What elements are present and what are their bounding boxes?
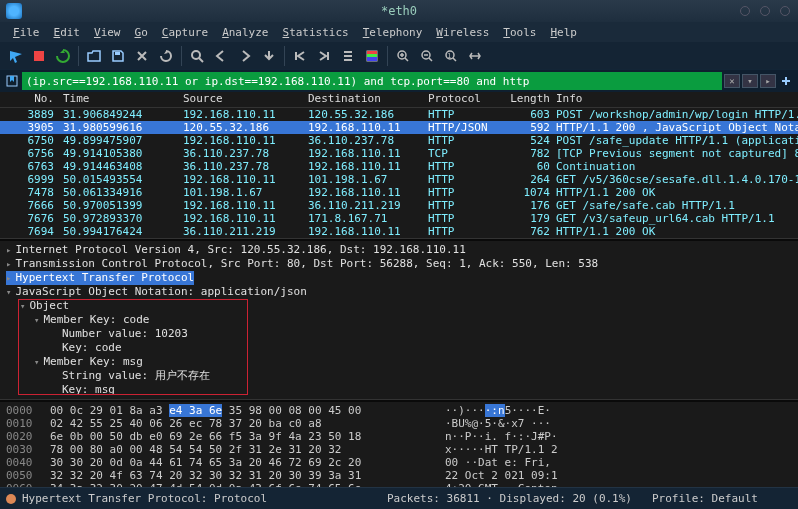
- open-file-button[interactable]: [83, 45, 105, 67]
- menu-capture[interactable]: Capture: [155, 26, 215, 39]
- detail-code-value[interactable]: Number value: 10203: [6, 327, 792, 341]
- svg-rect-5: [367, 54, 377, 57]
- menu-analyze[interactable]: Analyze: [215, 26, 275, 39]
- status-packets: Packets: 36811 · Displayed: 20 (0.1%): [267, 492, 652, 505]
- col-length[interactable]: Length: [505, 92, 553, 107]
- title-bar: *eth0: [0, 0, 798, 22]
- save-file-button[interactable]: [107, 45, 129, 67]
- hex-view[interactable]: 000000 0c 29 01 8a a3 e4 3a 6e 35 98 00 …: [0, 402, 798, 497]
- auto-scroll-button[interactable]: [337, 45, 359, 67]
- go-forward-button[interactable]: [234, 45, 256, 67]
- hex-row[interactable]: 000000 0c 29 01 8a a3 e4 3a 6e 35 98 00 …: [6, 404, 792, 417]
- packet-row[interactable]: 388931.906849244192.168.110.11120.55.32.…: [0, 108, 798, 121]
- detail-msg-value[interactable]: String value: 用户不存在: [6, 369, 792, 383]
- status-left: Hypertext Transfer Protocol: Protocol: [22, 492, 267, 505]
- zoom-in-button[interactable]: [392, 45, 414, 67]
- go-to-button[interactable]: [258, 45, 280, 67]
- svg-text:1: 1: [447, 52, 451, 60]
- close-button[interactable]: [780, 6, 790, 16]
- detail-object[interactable]: Object: [6, 299, 792, 313]
- reload-button[interactable]: [155, 45, 177, 67]
- go-first-button[interactable]: [289, 45, 311, 67]
- svg-rect-0: [34, 51, 44, 61]
- packet-row[interactable]: 769450.99417642436.110.211.219192.168.11…: [0, 225, 798, 238]
- go-back-button[interactable]: [210, 45, 232, 67]
- col-info[interactable]: Info: [553, 92, 798, 107]
- detail-http[interactable]: Hypertext Transfer Protocol: [6, 271, 194, 285]
- window-title: *eth0: [381, 4, 417, 18]
- maximize-button[interactable]: [760, 6, 770, 16]
- packet-row[interactable]: 747850.061334916101.198.1.67192.168.110.…: [0, 186, 798, 199]
- toolbar: 1: [0, 42, 798, 70]
- filter-bar: ✕ ▾ ▸: [0, 70, 798, 92]
- hex-row[interactable]: 004030 30 20 0d 0a 44 61 74 65 3a 20 46 …: [6, 456, 792, 469]
- packet-list[interactable]: No. Time Source Destination Protocol Len…: [0, 92, 798, 238]
- menu-file[interactable]: File: [6, 26, 47, 39]
- expert-info-icon[interactable]: [6, 494, 16, 504]
- col-destination[interactable]: Destination: [305, 92, 425, 107]
- window-controls: [740, 6, 798, 16]
- menu-wireless[interactable]: Wireless: [429, 26, 496, 39]
- col-no[interactable]: No.: [0, 92, 60, 107]
- filter-apply-button[interactable]: ▸: [760, 74, 776, 88]
- restart-capture-button[interactable]: [52, 45, 74, 67]
- svg-rect-1: [115, 52, 120, 55]
- col-source[interactable]: Source: [180, 92, 305, 107]
- minimize-button[interactable]: [740, 6, 750, 16]
- detail-ip[interactable]: Internet Protocol Version 4, Src: 120.55…: [6, 243, 792, 257]
- resize-columns-button[interactable]: [464, 45, 486, 67]
- hex-row[interactable]: 003078 00 80 a0 00 48 54 54 50 2f 31 2e …: [6, 443, 792, 456]
- packet-row[interactable]: 390531.980599616120.55.32.186192.168.110…: [0, 121, 798, 134]
- go-last-button[interactable]: [313, 45, 335, 67]
- close-file-button[interactable]: [131, 45, 153, 67]
- detail-msg-key[interactable]: Key: msg: [6, 383, 792, 397]
- detail-json[interactable]: JavaScript Object Notation: application/…: [6, 285, 792, 299]
- bookmark-filter-icon[interactable]: [4, 73, 20, 89]
- hex-row[interactable]: 00206e 0b 00 50 db e0 69 2e 66 f5 3a 9f …: [6, 430, 792, 443]
- zoom-reset-button[interactable]: 1: [440, 45, 462, 67]
- filter-clear-button[interactable]: ✕: [724, 74, 740, 88]
- col-protocol[interactable]: Protocol: [425, 92, 505, 107]
- colorize-button[interactable]: [361, 45, 383, 67]
- menu-edit[interactable]: Edit: [47, 26, 88, 39]
- hex-row[interactable]: 001002 42 55 25 40 06 26 ec 78 37 20 ba …: [6, 417, 792, 430]
- display-filter-input[interactable]: [22, 72, 722, 90]
- detail-code-key[interactable]: Key: code: [6, 341, 792, 355]
- zoom-out-button[interactable]: [416, 45, 438, 67]
- packet-list-header: No. Time Source Destination Protocol Len…: [0, 92, 798, 108]
- menu-statistics[interactable]: Statistics: [276, 26, 356, 39]
- menu-telephony[interactable]: Telephony: [356, 26, 430, 39]
- svg-point-2: [192, 51, 200, 59]
- status-profile[interactable]: Profile: Default: [652, 492, 792, 505]
- start-capture-button[interactable]: [4, 45, 26, 67]
- menu-go[interactable]: Go: [128, 26, 155, 39]
- svg-rect-4: [367, 51, 377, 54]
- packet-row[interactable]: 675649.91410538036.110.237.78192.168.110…: [0, 147, 798, 160]
- packet-row[interactable]: 675049.899475907192.168.110.1136.110.237…: [0, 134, 798, 147]
- stop-capture-button[interactable]: [28, 45, 50, 67]
- detail-tcp[interactable]: Transmission Control Protocol, Src Port:…: [6, 257, 792, 271]
- detail-member-msg[interactable]: Member Key: msg: [6, 355, 792, 369]
- menu-bar: File Edit View Go Capture Analyze Statis…: [0, 22, 798, 42]
- status-bar: Hypertext Transfer Protocol: Protocol Pa…: [0, 487, 798, 509]
- menu-tools[interactable]: Tools: [496, 26, 543, 39]
- app-icon: [6, 3, 22, 19]
- svg-rect-6: [367, 57, 377, 61]
- menu-help[interactable]: Help: [543, 26, 584, 39]
- detail-member-code[interactable]: Member Key: code: [6, 313, 792, 327]
- filter-dropdown-button[interactable]: ▾: [742, 74, 758, 88]
- filter-add-button[interactable]: [778, 73, 794, 89]
- packet-details[interactable]: Internet Protocol Version 4, Src: 120.55…: [0, 241, 798, 399]
- find-button[interactable]: [186, 45, 208, 67]
- packet-row[interactable]: 676349.91446340836.110.237.78192.168.110…: [0, 160, 798, 173]
- packet-row[interactable]: 699950.015493554192.168.110.11101.198.1.…: [0, 173, 798, 186]
- hex-row[interactable]: 005032 32 20 4f 63 74 20 32 30 32 31 20 …: [6, 469, 792, 482]
- col-time[interactable]: Time: [60, 92, 180, 107]
- packet-row[interactable]: 767650.972893370192.168.110.11171.8.167.…: [0, 212, 798, 225]
- menu-view[interactable]: View: [87, 26, 128, 39]
- packet-row[interactable]: 766650.970051399192.168.110.1136.110.211…: [0, 199, 798, 212]
